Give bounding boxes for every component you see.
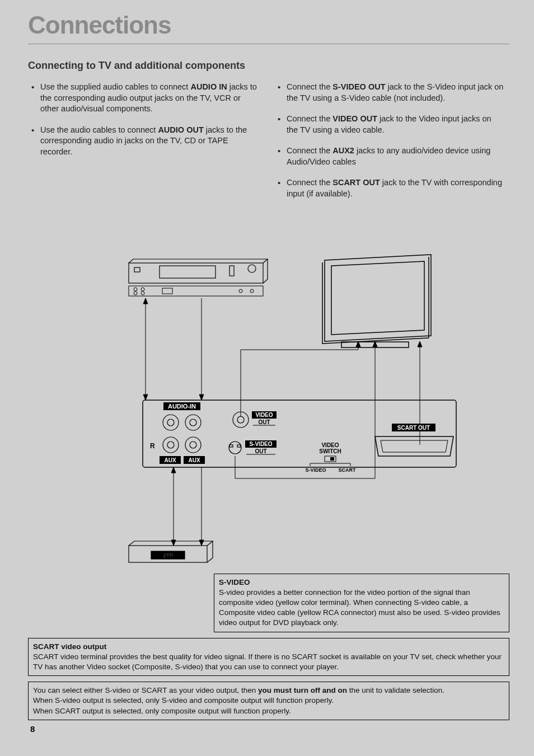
svideo-info-box: S-VIDEO S-video provides a better connec… (214, 574, 509, 632)
svg-point-42 (185, 437, 201, 453)
connection-diagram: AUDIO-IN R AUX AUX VIDE (28, 232, 509, 720)
r-label: R (150, 442, 155, 450)
svg-point-8 (141, 288, 144, 291)
dvd-player-icon: 199 (129, 541, 213, 562)
svg-rect-4 (229, 266, 234, 276)
svg-point-50 (229, 442, 241, 454)
vcr-jacks-icon (129, 286, 263, 296)
page-title: Connections (28, 11, 509, 39)
svg-point-40 (163, 437, 179, 453)
svg-point-43 (190, 442, 196, 448)
note-line1: You can select either S-video or SCART a… (33, 685, 504, 696)
svg-rect-56 (330, 457, 334, 461)
list-item: Use the audio cables to connect AUDIO OU… (28, 125, 257, 158)
right-bullet-list: Connect the S-VIDEO OUT jack to the S-Vi… (274, 82, 504, 200)
scart-out-label: SCART OUT (397, 425, 430, 431)
svg-rect-2 (134, 267, 140, 272)
svg-point-41 (167, 442, 174, 448)
video-out-label: VIDEO (255, 412, 273, 418)
scart-box-body: SCART video terminal provides the best q… (33, 652, 504, 672)
aux-label-1: AUX (164, 457, 176, 463)
svideo-switch-label: S-VIDEO (305, 467, 326, 473)
tv-icon (322, 255, 431, 348)
diagram-svg: AUDIO-IN R AUX AUX VIDE (62, 232, 465, 579)
svg-point-7 (134, 288, 137, 291)
svg-point-47 (237, 416, 244, 423)
svg-marker-24 (418, 341, 422, 347)
svg-point-12 (239, 289, 242, 293)
list-item: Connect the SCART OUT jack to the TV wit… (274, 177, 504, 199)
right-column: Connect the S-VIDEO OUT jack to the S-Vi… (274, 82, 504, 210)
note-line2: When S-video output is selected, only S-… (33, 696, 504, 706)
note-line3: When SCART output is selected, only comp… (33, 706, 504, 716)
video-switch-label: VIDEO (321, 442, 339, 448)
list-item: Use the supplied audio cables to connect… (28, 82, 257, 115)
svg-point-37 (167, 419, 174, 426)
list-item: Connect the AUX2 jacks to any audio/vide… (274, 145, 504, 167)
svg-point-39 (190, 419, 196, 426)
page-number: 8 (30, 724, 35, 734)
svg-point-36 (163, 415, 179, 430)
title-rule (28, 44, 509, 44)
scart-switch-label: SCART (339, 467, 357, 473)
note-info-box: You can select either S-video or SCART a… (28, 682, 509, 720)
svg-rect-11 (162, 288, 172, 294)
svg-point-10 (141, 292, 144, 295)
svg-marker-30 (171, 467, 176, 473)
svg-rect-52 (237, 445, 241, 447)
video-switch-label2: SWITCH (319, 448, 341, 454)
amplifier-panel-icon: AUDIO-IN R AUX AUX VIDE (143, 400, 456, 473)
vcr-icon (129, 259, 268, 283)
bullet-columns: Use the supplied audio cables to connect… (28, 82, 509, 210)
svideo-box-title: S-VIDEO (219, 577, 504, 588)
svg-point-5 (248, 265, 256, 273)
aux-label-2: AUX (188, 457, 200, 463)
list-item: Connect the S-VIDEO OUT jack to the S-Vi… (274, 82, 504, 104)
dvd-display: 199 (163, 552, 174, 558)
svg-rect-6 (129, 286, 263, 296)
svideo-label: S-VIDEO (249, 441, 272, 447)
left-column: Use the supplied audio cables to connect… (28, 82, 257, 210)
svg-rect-51 (229, 445, 233, 447)
list-item: Connect the VIDEO OUT jack to the Video … (274, 114, 504, 135)
svg-point-13 (250, 289, 254, 293)
svg-marker-18 (199, 395, 204, 400)
svideo-box-body: S-video provides a better connection for… (219, 588, 504, 628)
svg-point-9 (134, 292, 137, 295)
svg-marker-15 (143, 298, 148, 304)
svg-marker-16 (143, 395, 148, 400)
section-heading: Connecting to TV and additional componen… (28, 60, 509, 72)
svideo-label2: OUT (255, 448, 266, 454)
audio-in-label: AUDIO-IN (168, 403, 196, 410)
video-out-label2: OUT (258, 419, 270, 425)
svg-rect-3 (160, 266, 216, 278)
scart-info-box: SCART video output SCART video terminal … (28, 638, 509, 677)
svg-point-38 (185, 415, 201, 430)
scart-box-title: SCART video output (33, 642, 504, 652)
page: Connections Connecting to TV and additio… (28, 11, 509, 726)
left-bullet-list: Use the supplied audio cables to connect… (28, 82, 257, 157)
